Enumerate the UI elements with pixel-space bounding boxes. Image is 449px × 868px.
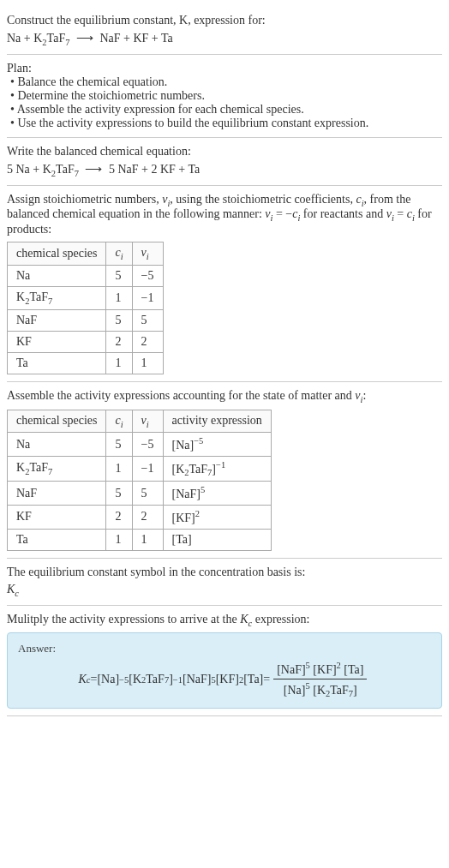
beq-rhs: 5 NaF + 2 KF + Ta	[109, 163, 200, 176]
cell-species: NaF	[8, 482, 106, 506]
equals: =	[263, 673, 270, 686]
cell-nui: −5	[132, 265, 163, 286]
cell-activity: [K2TaF7]−1	[163, 457, 271, 482]
th-nui: νi	[132, 410, 163, 433]
rel1: = −	[272, 207, 292, 220]
table-header-row: chemical species ci νi activity expressi…	[8, 410, 272, 433]
construct-section: Construct the equilibrium constant, K, e…	[7, 7, 442, 55]
table-row: Na 5 −5 [Na]−5	[8, 433, 272, 457]
cell-ci: 1	[106, 286, 132, 309]
cell-ci: 5	[106, 433, 132, 457]
cell-species: NaF	[8, 309, 106, 331]
kc-symbol-section: The equilibrium constant symbol in the c…	[7, 559, 442, 606]
denominator: [Na]5 [K2TaF7]	[273, 679, 367, 698]
cell-species: Ta	[8, 529, 106, 550]
term-ta: [Ta]	[243, 673, 263, 686]
term-k2taf7: [K	[129, 673, 141, 686]
cell-species: Na	[8, 433, 106, 457]
cell-nui: 1	[132, 352, 163, 374]
activity-section: Assemble the activity expressions accoun…	[7, 382, 442, 559]
cell-ci: 5	[106, 265, 132, 286]
cell-ci: 1	[106, 529, 132, 550]
table-row: K2TaF7 1 −1	[8, 286, 164, 309]
cell-species: K2TaF7	[8, 457, 106, 482]
plan-section: Plan: • Balance the chemical equation. •…	[7, 55, 442, 138]
cell-nui: 5	[132, 309, 163, 331]
table-row: KF 2 2 [KF]2	[8, 506, 272, 530]
cell-nui: −1	[132, 286, 163, 309]
construct-line: Construct the equilibrium constant, K, e…	[7, 14, 442, 27]
stoich-t1: Assign stoichiometric numbers,	[7, 193, 162, 206]
table-row: Ta 1 1 [Ta]	[8, 529, 272, 550]
arrow-icon: ⟶	[73, 32, 97, 45]
fraction: [NaF]5 [KF]2 [Ta] [Na]5 [K2TaF7]	[273, 661, 367, 698]
answer-equation: Kc = [Na]−5 [K2TaF7]−1 [NaF]5 [KF]2 [Ta]…	[18, 661, 431, 698]
table-row: Ta 1 1	[8, 352, 164, 374]
eq-lhs2: TaF	[47, 32, 66, 45]
kc-line: The equilibrium constant symbol in the c…	[7, 566, 442, 579]
th-ci: ci	[106, 242, 132, 266]
table-row: NaF 5 5 [NaF]5	[8, 482, 272, 506]
term-kf: [KF]	[216, 673, 239, 686]
cell-ci: 2	[106, 331, 132, 352]
k-symbol: K	[240, 613, 248, 626]
activity-table: chemical species ci νi activity expressi…	[7, 410, 272, 551]
stoich-t4: for reactants and	[300, 207, 386, 220]
stoich-text: Assign stoichiometric numbers, νi, using…	[7, 193, 442, 237]
activity-title: Assemble the activity expressions accoun…	[7, 389, 442, 404]
eq-sub2: 7	[65, 38, 69, 47]
th-species: chemical species	[8, 410, 106, 433]
plan-bullet-1: • Balance the chemical equation.	[10, 75, 442, 89]
cell-species: Ta	[8, 352, 106, 374]
th-species: chemical species	[8, 242, 106, 266]
th-ci: ci	[106, 410, 132, 433]
cell-ci: 2	[106, 506, 132, 530]
cell-activity: [NaF]5	[163, 482, 271, 506]
beq-sub2: 7	[75, 169, 79, 178]
answer-box: Answer: Kc = [Na]−5 [K2TaF7]−1 [NaF]5 [K…	[7, 632, 442, 708]
table-row: Na 5 −5	[8, 265, 164, 286]
cell-species: KF	[8, 331, 106, 352]
cell-nui: 5	[132, 482, 163, 506]
eq-lhs: Na + K	[7, 32, 42, 45]
numerator: [NaF]5 [KF]2 [Ta]	[273, 661, 367, 679]
rel2: =	[394, 207, 407, 220]
multiply-title: Mulitply the activity expressions to arr…	[7, 613, 442, 628]
beq-lhs: 5 Na + K	[7, 163, 51, 176]
cell-ci: 1	[106, 352, 132, 374]
balanced-title: Write the balanced chemical equation:	[7, 145, 442, 159]
cell-ci: 5	[106, 482, 132, 506]
plan-bullet-4: • Use the activity expressions to build …	[10, 117, 442, 130]
answer-label: Answer:	[18, 642, 431, 655]
equals: =	[91, 673, 98, 686]
cell-nui: −5	[132, 433, 163, 457]
arrow-icon: ⟶	[81, 163, 105, 176]
cell-activity: [Na]−5	[163, 433, 271, 457]
cell-activity: [Ta]	[163, 529, 271, 550]
kc-symbol: Kc	[7, 583, 442, 598]
beq-lhs2: TaF	[56, 163, 75, 176]
balanced-equation: 5 Na + K2TaF7 ⟶ 5 NaF + 2 KF + Ta	[7, 162, 442, 178]
table-header-row: chemical species ci νi	[8, 242, 164, 266]
balanced-section: Write the balanced chemical equation: 5 …	[7, 138, 442, 186]
cell-activity: [KF]2	[163, 506, 271, 530]
multiply-section: Mulitply the activity expressions to arr…	[7, 606, 442, 716]
stoich-table: chemical species ci νi Na 5 −5 K2TaF7 1 …	[7, 242, 164, 374]
cell-ci: 5	[106, 309, 132, 331]
table-row: KF 2 2	[8, 331, 164, 352]
plan-title: Plan:	[7, 62, 442, 75]
kc-k: K	[79, 673, 87, 686]
construct-text: Construct the equilibrium constant, K, e…	[7, 14, 266, 27]
cell-nui: 1	[132, 529, 163, 550]
term-naf: [NaF]	[183, 673, 211, 686]
cell-ci: 1	[106, 457, 132, 482]
th-nui: νi	[132, 242, 163, 266]
eq-rhs: NaF + KF + Ta	[99, 32, 172, 45]
cell-species: K2TaF7	[8, 286, 106, 309]
term-na: [Na]	[97, 673, 119, 686]
th-activity: activity expression	[163, 410, 271, 433]
cell-species: Na	[8, 265, 106, 286]
initial-equation: Na + K2TaF7 ⟶ NaF + KF + Ta	[7, 31, 442, 47]
stoich-section: Assign stoichiometric numbers, νi, using…	[7, 186, 442, 382]
stoich-t2: , using the stoichiometric coefficients,	[170, 193, 356, 206]
